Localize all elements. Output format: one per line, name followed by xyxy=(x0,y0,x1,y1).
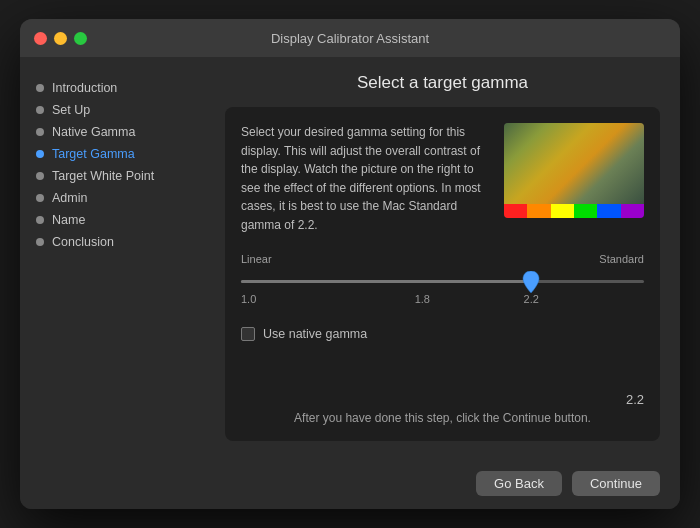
color-seg-blue xyxy=(597,204,620,218)
sidebar-label-active: Target Gamma xyxy=(52,147,135,161)
slider-label-right: Standard xyxy=(599,253,644,265)
dot-icon xyxy=(36,84,44,92)
go-back-button[interactable]: Go Back xyxy=(476,471,562,496)
slider-track xyxy=(241,280,644,283)
main-content: Introduction Set Up Native Gamma Target … xyxy=(20,57,680,457)
sidebar-item-introduction[interactable]: Introduction xyxy=(20,77,205,99)
content-area: Select a target gamma Select your desire… xyxy=(205,57,680,457)
sidebar-label: Introduction xyxy=(52,81,117,95)
native-gamma-label: Use native gamma xyxy=(263,327,367,341)
color-seg-yellow xyxy=(551,204,574,218)
instruction-text: After you have done this step, click the… xyxy=(241,411,644,425)
sidebar-item-target-white-point[interactable]: Target White Point xyxy=(20,165,205,187)
slider-section: Linear Standard xyxy=(241,253,644,315)
sidebar-label: Native Gamma xyxy=(52,125,135,139)
dot-icon xyxy=(36,106,44,114)
main-window: Display Calibrator Assistant Introductio… xyxy=(20,19,680,509)
native-gamma-checkbox[interactable] xyxy=(241,327,255,341)
sidebar-item-name[interactable]: Name xyxy=(20,209,205,231)
dot-active-icon xyxy=(36,150,44,158)
slider-labels-top: Linear Standard xyxy=(241,253,644,265)
page-title: Select a target gamma xyxy=(225,73,660,93)
sidebar-item-target-gamma[interactable]: Target Gamma xyxy=(20,143,205,165)
sidebar-label: Target White Point xyxy=(52,169,154,183)
preview-image xyxy=(504,123,644,204)
close-button[interactable] xyxy=(34,32,47,45)
tick-area: 1.0 1.8 2.2 xyxy=(241,293,644,315)
sidebar-item-native-gamma[interactable]: Native Gamma xyxy=(20,121,205,143)
color-seg-violet xyxy=(621,204,644,218)
panel-top: Select your desired gamma setting for th… xyxy=(241,123,644,235)
sidebar-label: Conclusion xyxy=(52,235,114,249)
native-gamma-row: Use native gamma xyxy=(241,327,644,341)
sidebar-item-conclusion[interactable]: Conclusion xyxy=(20,231,205,253)
minimize-button[interactable] xyxy=(54,32,67,45)
color-seg-green xyxy=(574,204,597,218)
slider-label-left: Linear xyxy=(241,253,272,265)
sidebar: Introduction Set Up Native Gamma Target … xyxy=(20,57,205,457)
footer: Go Back Continue xyxy=(20,457,680,509)
sidebar-item-setup[interactable]: Set Up xyxy=(20,99,205,121)
tick-1.8: 1.8 xyxy=(415,293,430,305)
color-bar xyxy=(504,204,644,218)
color-seg-red xyxy=(504,204,527,218)
sidebar-label: Name xyxy=(52,213,85,227)
sidebar-item-admin[interactable]: Admin xyxy=(20,187,205,209)
panel-image xyxy=(504,123,644,218)
traffic-lights xyxy=(34,32,87,45)
window-title: Display Calibrator Assistant xyxy=(271,31,429,46)
maximize-button[interactable] xyxy=(74,32,87,45)
slider-thumb[interactable] xyxy=(522,271,540,293)
dot-icon xyxy=(36,194,44,202)
dot-icon xyxy=(36,128,44,136)
tick-2.2: 2.2 xyxy=(524,293,539,305)
title-bar: Display Calibrator Assistant xyxy=(20,19,680,57)
sidebar-label: Admin xyxy=(52,191,87,205)
sidebar-label: Set Up xyxy=(52,103,90,117)
continue-button[interactable]: Continue xyxy=(572,471,660,496)
color-seg-orange xyxy=(527,204,550,218)
dot-icon xyxy=(36,238,44,246)
panel: Select your desired gamma setting for th… xyxy=(225,107,660,441)
slider-fill xyxy=(241,280,531,283)
dot-icon xyxy=(36,172,44,180)
gamma-value-display: 2.2 xyxy=(241,392,644,407)
dot-icon xyxy=(36,216,44,224)
tick-1.0: 1.0 xyxy=(241,293,256,305)
panel-description: Select your desired gamma setting for th… xyxy=(241,123,488,235)
